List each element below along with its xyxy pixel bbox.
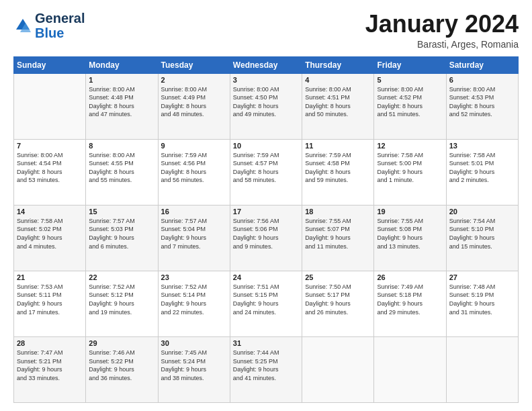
day-number: 8 [89,142,154,150]
table-cell: 19Sunrise: 7:55 AM Sunset: 5:08 PM Dayli… [374,205,446,271]
day-number: 13 [449,142,515,150]
day-info: Sunrise: 7:59 AM Sunset: 4:57 PM Dayligh… [233,151,299,185]
table-cell [302,336,374,402]
table-cell: 7Sunrise: 8:00 AM Sunset: 4:54 PM Daylig… [14,139,86,205]
day-number: 23 [161,273,227,281]
day-number: 25 [305,273,371,281]
day-number: 24 [233,273,299,281]
day-info: Sunrise: 7:57 AM Sunset: 5:03 PM Dayligh… [89,217,154,250]
table-cell: 14Sunrise: 7:58 AM Sunset: 5:02 PM Dayli… [14,205,86,271]
table-cell: 17Sunrise: 7:56 AM Sunset: 5:06 PM Dayli… [230,205,302,271]
table-cell: 29Sunrise: 7:46 AM Sunset: 5:22 PM Dayli… [86,336,158,402]
table-cell: 22Sunrise: 7:52 AM Sunset: 5:12 PM Dayli… [86,271,158,336]
table-cell [14,73,86,139]
month-title: January 2024 [365,11,519,38]
day-info: Sunrise: 7:55 AM Sunset: 5:07 PM Dayligh… [305,217,371,250]
header-friday: Friday [374,56,446,73]
day-info: Sunrise: 7:57 AM Sunset: 5:04 PM Dayligh… [161,217,227,250]
day-info: Sunrise: 8:00 AM Sunset: 4:50 PM Dayligh… [233,85,299,119]
header-thursday: Thursday [302,56,374,73]
day-info: Sunrise: 7:45 AM Sunset: 5:24 PM Dayligh… [161,349,227,382]
header-sunday: Sunday [14,56,86,73]
day-number: 29 [89,339,154,347]
table-cell: 10Sunrise: 7:59 AM Sunset: 4:57 PM Dayli… [230,139,302,205]
day-number: 31 [233,339,299,347]
logo-icon [13,16,32,35]
logo-general: General [35,11,85,26]
table-cell: 28Sunrise: 7:47 AM Sunset: 5:21 PM Dayli… [14,336,86,402]
table-cell: 16Sunrise: 7:57 AM Sunset: 5:04 PM Dayli… [158,205,230,271]
table-cell [446,336,518,402]
day-number: 4 [305,76,371,84]
day-number: 16 [161,208,227,216]
day-number: 19 [377,208,443,216]
day-number: 18 [305,208,371,216]
day-info: Sunrise: 7:58 AM Sunset: 5:00 PM Dayligh… [377,151,443,185]
header-wednesday: Wednesday [230,56,302,73]
week-row-4: 28Sunrise: 7:47 AM Sunset: 5:21 PM Dayli… [14,336,519,402]
day-number: 12 [377,142,443,150]
day-info: Sunrise: 7:59 AM Sunset: 4:58 PM Dayligh… [305,151,371,185]
day-number: 2 [161,76,227,84]
day-info: Sunrise: 7:58 AM Sunset: 5:02 PM Dayligh… [17,217,83,250]
location: Barasti, Arges, Romania [365,39,519,50]
table-cell: 24Sunrise: 7:51 AM Sunset: 5:15 PM Dayli… [230,271,302,336]
day-number: 11 [305,142,371,150]
day-number: 21 [17,273,83,281]
header-monday: Monday [86,56,158,73]
day-info: Sunrise: 8:00 AM Sunset: 4:51 PM Dayligh… [305,85,371,119]
day-number: 27 [449,273,515,281]
day-info: Sunrise: 7:48 AM Sunset: 5:19 PM Dayligh… [449,283,515,316]
header-tuesday: Tuesday [158,56,230,73]
table-cell: 8Sunrise: 8:00 AM Sunset: 4:55 PM Daylig… [86,139,158,205]
day-info: Sunrise: 7:51 AM Sunset: 5:15 PM Dayligh… [233,283,299,316]
day-number: 5 [377,76,443,84]
day-info: Sunrise: 7:56 AM Sunset: 5:06 PM Dayligh… [233,217,299,250]
table-cell: 23Sunrise: 7:52 AM Sunset: 5:14 PM Dayli… [158,271,230,336]
day-info: Sunrise: 8:00 AM Sunset: 4:52 PM Dayligh… [377,85,443,119]
day-info: Sunrise: 8:00 AM Sunset: 4:53 PM Dayligh… [449,85,515,119]
table-cell: 13Sunrise: 7:58 AM Sunset: 5:01 PM Dayli… [446,139,518,205]
day-number: 14 [17,208,83,216]
table-cell: 30Sunrise: 7:45 AM Sunset: 5:24 PM Dayli… [158,336,230,402]
table-cell: 6Sunrise: 8:00 AM Sunset: 4:53 PM Daylig… [446,73,518,139]
day-info: Sunrise: 7:55 AM Sunset: 5:08 PM Dayligh… [377,217,443,250]
week-row-0: 1Sunrise: 8:00 AM Sunset: 4:48 PM Daylig… [14,73,519,139]
day-info: Sunrise: 8:00 AM Sunset: 4:49 PM Dayligh… [161,85,227,119]
table-cell: 4Sunrise: 8:00 AM Sunset: 4:51 PM Daylig… [302,73,374,139]
table-cell: 25Sunrise: 7:50 AM Sunset: 5:17 PM Dayli… [302,271,374,336]
table-cell: 15Sunrise: 7:57 AM Sunset: 5:03 PM Dayli… [86,205,158,271]
day-info: Sunrise: 7:58 AM Sunset: 5:01 PM Dayligh… [449,151,515,185]
day-number: 30 [161,339,227,347]
table-cell: 9Sunrise: 7:59 AM Sunset: 4:56 PM Daylig… [158,139,230,205]
table-cell: 18Sunrise: 7:55 AM Sunset: 5:07 PM Dayli… [302,205,374,271]
logo-blue: Blue [35,26,64,40]
page: General Blue January 2024 Barasti, Arges… [0,0,532,411]
day-info: Sunrise: 7:54 AM Sunset: 5:10 PM Dayligh… [449,217,515,250]
table-cell: 31Sunrise: 7:44 AM Sunset: 5:25 PM Dayli… [230,336,302,402]
day-number: 9 [161,142,227,150]
day-number: 22 [89,273,154,281]
header: General Blue January 2024 Barasti, Arges… [13,11,519,50]
day-number: 17 [233,208,299,216]
day-info: Sunrise: 7:53 AM Sunset: 5:11 PM Dayligh… [17,283,83,316]
table-cell: 5Sunrise: 8:00 AM Sunset: 4:52 PM Daylig… [374,73,446,139]
table-cell: 27Sunrise: 7:48 AM Sunset: 5:19 PM Dayli… [446,271,518,336]
day-info: Sunrise: 7:49 AM Sunset: 5:18 PM Dayligh… [377,283,443,316]
day-info: Sunrise: 7:52 AM Sunset: 5:14 PM Dayligh… [161,283,227,316]
day-number: 6 [449,76,515,84]
day-number: 1 [89,76,154,84]
day-info: Sunrise: 7:50 AM Sunset: 5:17 PM Dayligh… [305,283,371,316]
day-info: Sunrise: 7:47 AM Sunset: 5:21 PM Dayligh… [17,349,83,382]
weekday-header-row: Sunday Monday Tuesday Wednesday Thursday… [14,56,519,73]
day-info: Sunrise: 7:46 AM Sunset: 5:22 PM Dayligh… [89,349,154,382]
table-cell: 1Sunrise: 8:00 AM Sunset: 4:48 PM Daylig… [86,73,158,139]
table-cell: 11Sunrise: 7:59 AM Sunset: 4:58 PM Dayli… [302,139,374,205]
logo-text: General Blue [35,11,85,40]
day-number: 26 [377,273,443,281]
week-row-1: 7Sunrise: 8:00 AM Sunset: 4:54 PM Daylig… [14,139,519,205]
day-number: 28 [17,339,83,347]
day-info: Sunrise: 8:00 AM Sunset: 4:48 PM Dayligh… [89,85,154,119]
header-saturday: Saturday [446,56,518,73]
day-info: Sunrise: 7:52 AM Sunset: 5:12 PM Dayligh… [89,283,154,316]
